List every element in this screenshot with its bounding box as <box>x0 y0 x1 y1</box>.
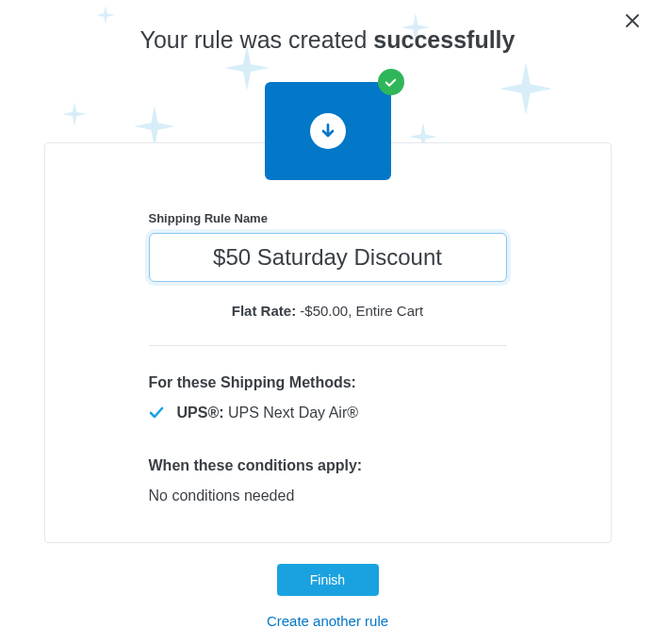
method-service: UPS Next Day Air® <box>224 405 359 421</box>
hero-icon-circle <box>310 113 346 149</box>
create-another-link[interactable]: Create another rule <box>0 613 655 629</box>
shipping-methods-title: For these Shipping Methods: <box>149 374 507 391</box>
conditions-text: No conditions needed <box>149 487 507 504</box>
finish-button[interactable]: Finish <box>277 564 379 596</box>
method-carrier: UPS®: <box>177 405 224 421</box>
flat-rate-summary: Flat Rate: -$50.00, Entire Cart <box>149 303 507 346</box>
success-title-bold: successfully <box>373 26 515 53</box>
shipping-method-row: UPS®: UPS Next Day Air® <box>149 405 507 421</box>
hero-card <box>265 82 391 180</box>
success-title-pre: Your rule was created <box>140 26 374 53</box>
rule-name-label: Shipping Rule Name <box>149 211 507 225</box>
check-icon <box>384 75 398 90</box>
success-title: Your rule was created successfully <box>0 0 655 54</box>
sparkle-icon <box>134 106 175 147</box>
sparkle-icon <box>62 102 87 126</box>
success-badge <box>378 69 404 95</box>
summary-card: Shipping Rule Name Flat Rate: -$50.00, E… <box>44 142 612 543</box>
check-icon <box>149 405 164 421</box>
flat-rate-value: -$50.00, Entire Cart <box>296 303 423 319</box>
rule-name-input[interactable] <box>149 233 507 282</box>
conditions-title: When these conditions apply: <box>149 457 507 474</box>
download-arrow-icon <box>319 122 337 140</box>
shipping-method-text: UPS®: UPS Next Day Air® <box>177 405 359 421</box>
sparkle-icon <box>499 62 552 115</box>
flat-rate-label: Flat Rate: <box>232 303 296 319</box>
